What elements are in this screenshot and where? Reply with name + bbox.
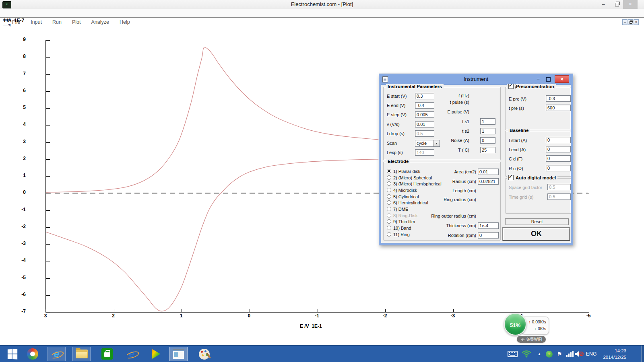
input-I start (A)[interactable]: 0	[546, 137, 571, 143]
menu-item-plot[interactable]: Plot	[71, 19, 82, 26]
window-minimize-button[interactable]: –	[597, 0, 609, 9]
taskbar-item-windows-store[interactable]	[98, 347, 116, 361]
radio-electrode-6[interactable]	[387, 200, 391, 205]
tencent-video-icon	[151, 349, 161, 359]
input-Time grid (s)[interactable]: 0.5	[547, 193, 571, 200]
tray-safety-app[interactable]: +	[544, 346, 554, 362]
internet-explorer-icon: e	[126, 348, 138, 360]
radio-electrode-11[interactable]	[387, 232, 391, 237]
file-explorer-icon	[76, 350, 88, 358]
y-tick-label: -1	[10, 207, 26, 212]
ok-button[interactable]: OK	[503, 228, 570, 241]
auto-digital-checkbox[interactable]	[508, 175, 514, 180]
y-tick	[46, 91, 50, 92]
label-Radius (cm): Radius (cm)	[400, 179, 476, 184]
free-wifi-tag[interactable]: 免费WiFI	[517, 336, 546, 343]
dialog-maximize-button[interactable]	[544, 75, 553, 83]
window-restore-button[interactable]	[611, 0, 623, 9]
input-Space grid factor[interactable]: 0.5	[547, 184, 571, 190]
mdi-close-button[interactable]: ×	[634, 19, 639, 25]
input-T ( C)[interactable]: 25	[480, 147, 495, 153]
restore-icon	[615, 3, 619, 6]
x-tick-label: 0	[242, 313, 256, 319]
group-title: Baseline	[508, 128, 530, 133]
y-tick-label: -4	[10, 257, 26, 263]
label-Space grid factor: Space grid factor	[509, 185, 542, 190]
signal-bars-icon	[566, 351, 574, 357]
x-tick	[46, 309, 46, 312]
auto-digital-label: Auto digital model	[516, 175, 556, 180]
radio-electrode-1[interactable]	[387, 169, 391, 173]
dialog-titlebar[interactable]: Instrument – ×	[379, 74, 573, 84]
radio-electrode-8[interactable]	[387, 213, 391, 218]
radio-electrode-7[interactable]	[387, 207, 391, 211]
mdi-minimize-button[interactable]: –	[622, 19, 627, 25]
y-tick	[46, 57, 50, 58]
taskbar-item-plot-app[interactable]	[169, 347, 188, 361]
radio-electrode-4[interactable]	[387, 188, 391, 192]
taskbar-item-browser-swirl[interactable]	[23, 347, 41, 361]
y-tick	[46, 125, 50, 125]
taskbar-item-file-explorer[interactable]	[72, 347, 91, 361]
mdi-restore-button[interactable]	[628, 19, 633, 25]
label-t s2: t s2	[422, 129, 469, 134]
paint-icon	[199, 349, 210, 360]
input-Thickness (cm)[interactable]: 1e-4	[478, 222, 499, 229]
taskbar-item-internet-explorer-2[interactable]: e	[123, 347, 141, 361]
input-Radius (cm)[interactable]: 0.02821	[478, 178, 499, 185]
tray-volume[interactable]	[573, 346, 585, 362]
menu-item-run[interactable]: Run	[52, 19, 62, 26]
input-t s2[interactable]: 1	[480, 128, 495, 134]
input-Noise (A)[interactable]: 0	[480, 137, 495, 144]
menu-item-input[interactable]: Input	[30, 19, 43, 26]
input-t s1[interactable]: 1	[480, 118, 495, 125]
start-button[interactable]	[3, 347, 21, 361]
net-speed-ball[interactable]: 51%	[504, 313, 526, 335]
taskbar-item-tencent-video[interactable]	[147, 347, 165, 361]
input-I end (A)[interactable]: 0	[546, 146, 571, 152]
radio-electrode-5[interactable]	[387, 194, 391, 199]
input-Area (cm2)[interactable]: 0.01	[478, 169, 499, 175]
reset-button[interactable]: Reset	[505, 218, 569, 225]
group-instrumental-parameters: Instrumental Parameters E start (V)0.3E …	[383, 87, 501, 160]
auto-digital-legend: Auto digital model	[507, 175, 557, 180]
x-axis-unit-label: E /V 1E-1	[300, 323, 322, 329]
label-R u (Ω): R u (Ω)	[509, 166, 523, 171]
tray-touch-keyboard[interactable]	[506, 346, 519, 362]
flag-icon: ⚑	[557, 351, 562, 357]
radio-electrode-9[interactable]	[387, 219, 391, 224]
radio-electrode-10[interactable]	[387, 226, 391, 230]
taskbar-item-paint[interactable]	[195, 347, 213, 361]
maximize-icon	[546, 77, 551, 82]
radio-electrode-2[interactable]	[387, 175, 391, 180]
show-desktop-button[interactable]	[641, 346, 644, 362]
input-t pre (s)[interactable]: 600	[546, 105, 571, 111]
input-E pre (V)[interactable]: -0.3	[546, 95, 571, 102]
taskbar-item-internet-explorer[interactable]: e	[47, 347, 66, 361]
wifi-icon	[522, 350, 531, 358]
tray-wifi[interactable]	[520, 346, 533, 362]
menu-item-help[interactable]: Help	[119, 19, 131, 26]
menu-item-analyze[interactable]: Analyze	[90, 19, 109, 26]
instrument-dialog: Instrument – × Instrumental Parameters E…	[379, 74, 573, 245]
input-Rotation (rpm)[interactable]: 0	[478, 232, 499, 239]
label-t s1: t s1	[422, 119, 469, 124]
preconcentration-checkbox[interactable]	[508, 84, 514, 89]
input-C d (F)[interactable]: 0	[546, 155, 571, 162]
x-tick	[182, 309, 182, 312]
window-close-button[interactable]: ×	[623, 0, 638, 9]
label-Thickness (cm): Thickness (cm)	[400, 223, 476, 228]
dialog-minimize-button[interactable]: –	[534, 75, 543, 83]
input-R u (Ω)[interactable]: 0	[546, 165, 571, 171]
tray-action-center[interactable]: ⚑	[555, 346, 564, 362]
tray-hidden-icons[interactable]: ▲	[535, 346, 543, 362]
dialog-close-button[interactable]: ×	[555, 75, 569, 83]
y-tick	[46, 176, 50, 177]
download-arrow-icon: ↓	[535, 326, 537, 331]
label-E end (V): E end (V)	[387, 103, 405, 108]
radio-electrode-3[interactable]	[387, 181, 391, 186]
label-t drop (s): t drop (s)	[387, 131, 405, 136]
y-tick-label: -5	[10, 275, 26, 280]
windows-logo-icon	[8, 349, 17, 359]
tray-clock[interactable]: 14:232014/12/25	[594, 348, 626, 360]
